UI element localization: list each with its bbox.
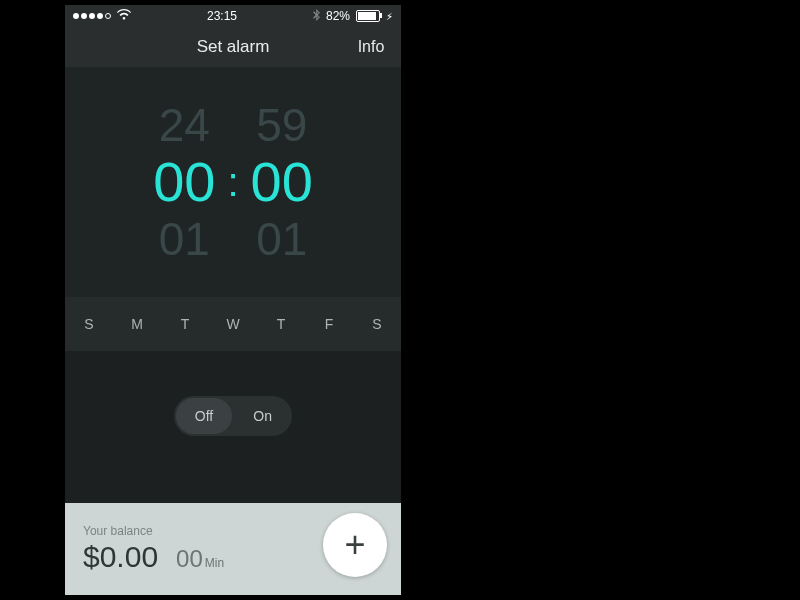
toggle-knob-off: Off [176,398,232,434]
balance-amount: $0.00 [83,540,158,574]
nav-bar: Set alarm Info [65,27,401,67]
minute-prev: 59 [256,102,307,148]
weekday-row: S M T W T F S [65,297,401,351]
battery-percent: 82% [326,9,350,23]
alarm-toggle-area: Off On [65,351,401,481]
day-sat[interactable]: S [365,316,389,332]
hour-wheel[interactable]: 24 00 01 [153,102,215,262]
hour-selected: 00 [153,154,215,210]
status-time: 23:15 [131,9,313,23]
balance-minutes: 00Min [176,545,224,573]
phone-frame: 23:15 82% ⚡︎ Set alarm Info 24 00 01 : 5… [65,5,401,595]
status-bar: 23:15 82% ⚡︎ [65,5,401,27]
day-thu[interactable]: T [269,316,293,332]
minute-wheel[interactable]: 59 00 01 [251,102,313,262]
minute-selected: 00 [251,154,313,210]
time-picker[interactable]: 24 00 01 : 59 00 01 [65,67,401,297]
toggle-off-label: Off [195,408,213,424]
balance-minutes-unit: Min [205,556,224,570]
balance-minutes-value: 00 [176,545,203,572]
bluetooth-icon [313,9,320,23]
time-separator: : [227,160,238,205]
plus-icon: + [344,524,365,566]
day-sun[interactable]: S [77,316,101,332]
signal-dots-icon [73,13,111,19]
hour-next: 01 [159,216,210,262]
day-fri[interactable]: F [317,316,341,332]
battery-icon [356,10,380,22]
wifi-icon [117,9,131,23]
balance-label: Your balance [83,524,224,538]
info-button[interactable]: Info [341,38,401,56]
day-wed[interactable]: W [221,316,245,332]
add-button[interactable]: + [323,513,387,577]
hour-prev: 24 [159,102,210,148]
minute-next: 01 [256,216,307,262]
day-tue[interactable]: T [173,316,197,332]
alarm-toggle[interactable]: Off On [174,396,292,436]
toggle-on-label: On [253,408,272,424]
day-mon[interactable]: M [125,316,149,332]
charging-icon: ⚡︎ [386,11,393,22]
balance-footer: Your balance $0.00 00Min + [65,503,401,595]
page-title: Set alarm [125,37,341,57]
